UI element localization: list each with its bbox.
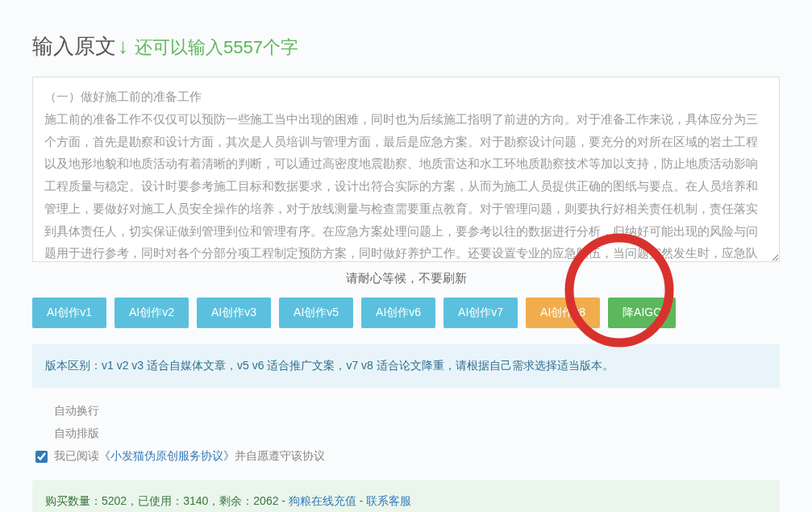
purchase-remaining: 2062 — [253, 494, 278, 507]
purchase-total: 5202 — [102, 494, 127, 507]
purchase-dash2: - — [356, 494, 366, 507]
contact-link[interactable]: 联系客服 — [366, 494, 411, 507]
header-title: 输入原文 — [32, 32, 116, 60]
down-arrow-icon: ↓ — [118, 34, 128, 59]
original-text-input[interactable] — [32, 77, 780, 262]
purchase-dash: - — [278, 494, 288, 507]
input-header: 输入原文 ↓ 还可以输入5557个字 — [32, 32, 780, 60]
agreement-prefix: 我已阅读 — [54, 449, 99, 464]
ai-create-v8-button[interactable]: AI创作v8 — [526, 298, 600, 328]
auto-format-row: 自动排版 — [35, 427, 777, 441]
purchase-sep1: ，已使用： — [127, 494, 183, 507]
options-section: 自动换行 自动排版 我已阅读 《小发猫伪原创服务协议》 并自愿遵守该协议 — [32, 404, 780, 464]
reduce-aigc-button[interactable]: 降AIGC — [608, 298, 676, 328]
agreement-row: 我已阅读 《小发猫伪原创服务协议》 并自愿遵守该协议 — [35, 449, 777, 464]
agreement-link[interactable]: 《小发猫伪原创服务协议》 — [99, 449, 235, 464]
ai-create-v2-button[interactable]: AI创作v2 — [115, 298, 189, 328]
waiting-message: 请耐心等候，不要刷新 — [32, 271, 780, 286]
auto-format-label: 自动排版 — [54, 427, 99, 441]
auto-wrap-label: 自动换行 — [54, 404, 99, 418]
ai-button-row: AI创作v1 AI创作v2 AI创作v3 AI创作v5 AI创作v6 AI创作v… — [32, 298, 780, 328]
auto-wrap-row: 自动换行 — [35, 404, 777, 418]
ai-create-v6-button[interactable]: AI创作v6 — [361, 298, 435, 328]
ai-create-v7-button[interactable]: AI创作v7 — [443, 298, 518, 328]
ai-create-v1-button[interactable]: AI创作v1 — [32, 298, 106, 328]
agreement-checkbox[interactable] — [35, 451, 48, 463]
version-info-panel: 版本区别：v1 v2 v3 适合自媒体文章，v5 v6 适合推广文案，v7 v8… — [32, 344, 780, 388]
purchase-sep2: ，剩余： — [208, 494, 253, 507]
ai-create-v5-button[interactable]: AI创作v5 — [279, 298, 353, 328]
agreement-suffix: 并自愿遵守该协议 — [235, 449, 325, 464]
char-counter: 还可以输入5557个字 — [135, 35, 298, 60]
ai-create-v3-button[interactable]: AI创作v3 — [197, 298, 271, 328]
recharge-link[interactable]: 狗粮在线充值 — [289, 494, 356, 507]
purchase-prefix: 购买数量： — [45, 494, 102, 507]
purchase-used: 3140 — [183, 494, 208, 507]
purchase-info-panel: 购买数量：5202，已使用：3140，剩余：2062 - 狗粮在线充值 - 联系… — [32, 480, 780, 512]
